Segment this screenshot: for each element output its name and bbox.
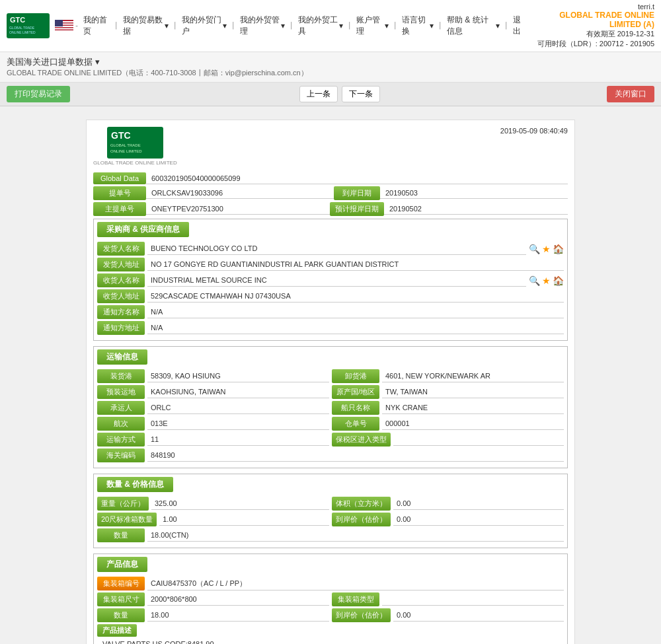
customs-code-label: 海关编码 [97,448,145,462]
departure-port-value: 58309, KAO HSIUNG [147,371,329,382]
product-arrival-price-label: 到岸价（估价） [332,608,391,622]
shipper-name-value: BUENO TECHNOLOGY CO LTD [147,243,526,255]
departure-port-label: 装货港 [97,369,145,383]
quantity-label: 数量 [97,528,145,542]
svg-text:GLOBAL TRADE: GLOBAL TRADE [110,143,141,147]
bill-no-label: 提单号 [93,186,146,200]
weight-value: 325.00 [151,498,329,510]
product-arrival-price-value: 0.00 [393,610,564,622]
print-button[interactable]: 打印贸易记录 [7,86,70,102]
notify-addr-value: N/A [147,322,564,334]
nav-my-import[interactable]: 我的贸易数据 [123,15,163,37]
arrival-port-value: 4601, NEW YORK/NEWARK AR [382,371,564,382]
transport-section-label: 运输信息 [97,349,147,365]
shipper-addr-label: 发货人地址 [97,258,145,271]
buyer-seller-label: 采购商 & 供应商信息 [97,222,189,237]
us-flag [55,20,73,32]
nav-my-tool[interactable]: 我的外贸工具 [298,15,338,37]
storage-value: 000001 [382,418,564,430]
svg-text:ONLINE LIMITED: ONLINE LIMITED [110,149,142,153]
close-button[interactable]: 关闭窗口 [607,86,654,102]
title-bar: 美国海关进口提单数据 ▾ GLOBAL TRADE ONLINE LIMITED… [0,52,661,83]
search-icon[interactable]: 🔍 [529,244,540,254]
transport-mode-label: 运输方式 [97,433,145,447]
product-desc-label: 产品描述 [97,624,137,637]
volume-label: 体积（立方米） [332,497,391,511]
document-header: GTC GLOBAL TRADE ONLINE LIMITED GLOBAL T… [93,127,568,166]
doc-logo: GTC GLOBAL TRADE ONLINE LIMITED GLOBAL T… [93,127,177,166]
global-data-label: Global Data [93,172,146,184]
valid-until: 有效期至 2019-12-31 [527,29,654,39]
container-no-value: CAIU8475370（AC / L / PP） [147,577,564,590]
origin-label: 原产国/地区 [332,385,379,399]
voyage-value: 013E [147,418,329,430]
arrival-price-label: 到岸价（估价） [332,513,391,526]
receiver-name-label: 收货人名称 [97,273,145,287]
container-type-value [382,594,564,606]
estimate-date-label: 预计报岸日期 [330,202,384,216]
transport-section: 运输信息 装货港 58309, KAO HSIUNG 卸货港 4601, NEW… [93,346,568,468]
nav-help[interactable]: 帮助 & 统计信息 [447,15,495,37]
voyage-label: 航次 [97,417,145,431]
star-icon2[interactable]: ★ [542,275,551,286]
master-bill-label: 主提单号 [93,202,146,216]
product-section-label: 产品信息 [97,557,147,572]
next-button[interactable]: 下一条 [342,86,380,102]
product-section: 产品信息 集装箱编号 CAIU8475370（AC / L / PP） 集装箱尺… [93,554,568,644]
vessel-label: 船只名称 [332,401,379,415]
origin-value: TW, TAIWAN [382,386,564,398]
svg-text:GTC: GTC [10,16,25,24]
customs-code-value: 848190 [147,450,564,462]
nav-logout[interactable]: 退出 [513,15,526,37]
svg-rect-10 [55,20,63,26]
flag-separator: - [75,21,78,30]
vessel-value: NYK CRANE [382,402,564,414]
svg-rect-9 [55,30,73,32]
home-icon[interactable]: 🏠 [553,244,564,254]
svg-text:ONLINE LIMITED: ONLINE LIMITED [9,30,36,34]
arrival-date-label: 到岸日期 [334,186,380,200]
main-document: GTC GLOBAL TRADE ONLINE LIMITED GLOBAL T… [86,120,575,644]
quantity-price-section: 数量 & 价格信息 重量（公斤） 325.00 体积（立方米） 0.00 20尺… [93,474,568,548]
receiver-icons: 🔍 ★ 🏠 [529,275,564,286]
global-data-value: 6003201905040000065099 [146,173,568,184]
search-icon2[interactable]: 🔍 [529,275,540,286]
receiver-addr-label: 收货人地址 [97,289,145,303]
nav-account[interactable]: 账户管理 [356,15,383,37]
pre-load-value: KAOHSIUNG, TAIWAN [147,386,329,398]
prev-button[interactable]: 上一条 [299,86,338,102]
username: terri.t [638,3,654,11]
top-navigation: 我的首页 丨 我的贸易数据▾ 丨 我的外贸门户▾ 丨 我的外贸管理▾ 丨 我的外… [83,15,527,37]
nav-language[interactable]: 语言切换 [402,15,428,37]
volume-value: 0.00 [393,498,564,510]
bonded-value [393,434,564,446]
gtc-logo: GTC GLOBAL TRADE ONLINE LIMITED [7,13,50,38]
container-size-label: 集装箱尺寸 [97,592,145,606]
nav-my-export[interactable]: 我的外贸门户 [182,15,221,37]
notify-name-value: N/A [147,306,564,318]
doc-logo-svg: GTC GLOBAL TRADE ONLINE LIMITED [107,127,163,159]
nav-my-foreign[interactable]: 我的外贸管理 [240,15,280,37]
user-info: terri.t GLOBAL TRADE ONLINE LIMITED (A) … [527,3,654,49]
svg-rect-8 [55,28,73,30]
receiver-name-value: INDUSTRIAL METAL SOURCE INC [147,275,526,287]
page-title: 美国海关进口提单数据 [7,57,93,67]
doc-timestamp: 2019-05-09 08:40:49 [500,127,568,135]
buyer-seller-section: 采购商 & 供应商信息 发货人名称 BUENO TECHNOLOGY CO LT… [93,219,568,341]
bonded-label: 保税区进入类型 [332,433,391,447]
storage-label: 仓单号 [332,417,379,431]
pre-load-label: 预装运地 [97,385,145,399]
estimate-date-value: 20190502 [384,203,568,215]
nav-home[interactable]: 我的首页 [83,15,110,37]
doc-logo-sub: GLOBAL TRADE ONLINE LIMITED [93,160,177,166]
arrival-port-label: 卸货港 [332,369,379,383]
shipper-name-label: 发货人名称 [97,242,145,256]
notify-addr-label: 通知方地址 [97,321,145,335]
home-icon2[interactable]: 🏠 [553,275,564,286]
product-quantity-label: 数量 [97,608,145,622]
svg-text:GLOBAL TRADE: GLOBAL TRADE [9,26,35,30]
brand-name: GLOBAL TRADE ONLINE LIMITED (A) [527,11,654,29]
company-info: GLOBAL TRADE ONLINE LIMITED（电话：400-710-3… [7,68,654,78]
container-type-label: 集装箱类型 [332,592,379,606]
star-icon[interactable]: ★ [542,244,551,254]
